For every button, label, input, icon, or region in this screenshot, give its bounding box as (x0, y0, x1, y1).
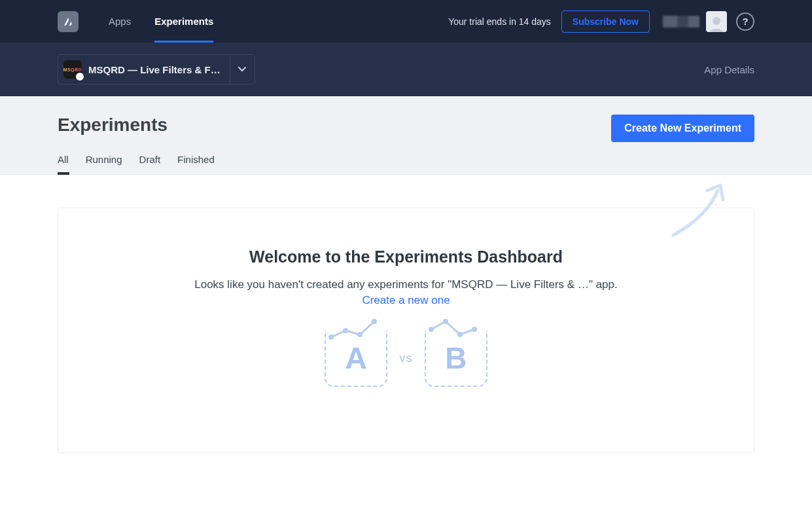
svg-point-4 (372, 319, 377, 324)
app-selector-label: MSQRD — Live Filters & F… (88, 64, 221, 75)
tab-finished[interactable]: Finished (177, 154, 215, 174)
apple-icon (76, 73, 84, 81)
letter-a: A (345, 340, 367, 376)
create-one-link[interactable]: Create a new one (84, 294, 728, 307)
subscribe-button[interactable]: Subscribe Now (561, 10, 650, 33)
username-redacted (663, 16, 699, 27)
sparkline-b-icon (429, 316, 484, 342)
svg-point-5 (429, 327, 434, 332)
page-header: Experiments Create New Experiment All Ru… (0, 96, 812, 175)
letter-b: B (445, 340, 467, 376)
vs-label: VS (399, 354, 413, 364)
help-icon[interactable]: ? (736, 12, 754, 31)
app-icon: MSQRD (63, 60, 82, 79)
subnav-bar: MSQRD MSQRD — Live Filters & F… App Deta… (0, 43, 812, 96)
nav-apps[interactable]: Apps (97, 0, 143, 43)
ab-illustration: A VS B (84, 331, 728, 387)
empty-state-card: Welcome to the Experiments Dashboard Loo… (58, 208, 754, 453)
brand-logo-icon (62, 16, 74, 27)
app-icon-text: MSQRD (63, 67, 82, 72)
page-title: Experiments (58, 115, 168, 136)
create-experiment-button[interactable]: Create New Experiment (611, 115, 754, 142)
app-selector: MSQRD MSQRD — Live Filters & F… (58, 54, 255, 84)
svg-point-8 (472, 327, 477, 332)
avatar[interactable] (706, 11, 727, 32)
variant-b: B (425, 331, 487, 387)
svg-point-0 (713, 17, 720, 25)
content-area: Welcome to the Experiments Dashboard Loo… (0, 175, 812, 505)
avatar-icon (707, 15, 726, 32)
filter-tabs: All Running Draft Finished (58, 154, 754, 174)
app-details-link[interactable]: App Details (704, 64, 754, 75)
brand-logo[interactable] (58, 11, 79, 32)
tab-draft[interactable]: Draft (139, 154, 161, 174)
svg-point-6 (443, 319, 448, 324)
svg-point-1 (328, 335, 334, 340)
empty-body: Looks like you haven't created any exper… (84, 278, 728, 291)
variant-a: A (325, 331, 387, 387)
svg-point-2 (343, 328, 348, 333)
sparkline-a-icon (328, 316, 383, 342)
top-navbar: Apps Experiments Your trial ends in 14 d… (0, 0, 812, 43)
app-selector-main[interactable]: MSQRD MSQRD — Live Filters & F… (58, 55, 230, 84)
empty-heading: Welcome to the Experiments Dashboard (84, 247, 728, 266)
tab-all[interactable]: All (58, 154, 69, 174)
chevron-down-icon (238, 67, 246, 72)
nav-experiments[interactable]: Experiments (143, 0, 225, 43)
svg-point-3 (357, 332, 362, 337)
tab-running[interactable]: Running (86, 154, 122, 174)
app-selector-caret[interactable] (230, 55, 255, 84)
trial-text: Your trial ends in 14 days (448, 16, 551, 27)
svg-point-7 (457, 332, 463, 337)
